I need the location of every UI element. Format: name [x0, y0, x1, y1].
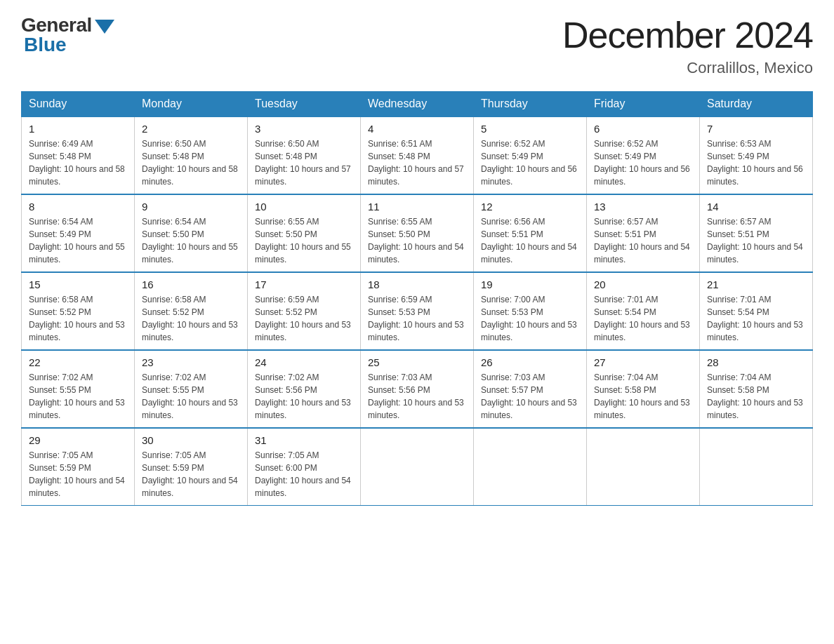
calendar-cell: 23 Sunrise: 7:02 AMSunset: 5:55 PMDaylig…	[135, 350, 248, 428]
calendar-cell: 15 Sunrise: 6:58 AMSunset: 5:52 PMDaylig…	[22, 272, 135, 350]
weekday-header-monday: Monday	[135, 92, 248, 117]
day-number: 3	[255, 123, 353, 135]
day-info: Sunrise: 6:54 AMSunset: 5:49 PMDaylight:…	[29, 215, 127, 266]
weekday-header-friday: Friday	[587, 92, 700, 117]
calendar-cell: 24 Sunrise: 7:02 AMSunset: 5:56 PMDaylig…	[248, 350, 361, 428]
day-number: 12	[481, 201, 579, 213]
calendar-cell: 29 Sunrise: 7:05 AMSunset: 5:59 PMDaylig…	[22, 428, 135, 506]
day-number: 6	[594, 123, 692, 135]
logo-arrow-icon	[95, 20, 114, 34]
day-info: Sunrise: 6:58 AMSunset: 5:52 PMDaylight:…	[142, 293, 240, 344]
day-number: 8	[29, 201, 127, 213]
calendar-cell	[361, 428, 474, 506]
title-section: December 2024 Corralillos, Mexico	[562, 14, 813, 77]
calendar-cell: 22 Sunrise: 7:02 AMSunset: 5:55 PMDaylig…	[22, 350, 135, 428]
day-info: Sunrise: 7:05 AMSunset: 5:59 PMDaylight:…	[142, 449, 240, 499]
calendar-table: SundayMondayTuesdayWednesdayThursdayFrid…	[21, 91, 813, 506]
calendar-cell: 25 Sunrise: 7:03 AMSunset: 5:56 PMDaylig…	[361, 350, 474, 428]
calendar-cell: 13 Sunrise: 6:57 AMSunset: 5:51 PMDaylig…	[587, 194, 700, 272]
day-number: 1	[29, 123, 127, 135]
day-info: Sunrise: 7:03 AMSunset: 5:56 PMDaylight:…	[368, 371, 466, 422]
day-info: Sunrise: 7:05 AMSunset: 6:00 PMDaylight:…	[255, 449, 353, 499]
day-number: 11	[368, 201, 466, 213]
day-info: Sunrise: 6:56 AMSunset: 5:51 PMDaylight:…	[481, 215, 579, 266]
day-number: 25	[368, 356, 466, 368]
day-info: Sunrise: 6:49 AMSunset: 5:48 PMDaylight:…	[29, 137, 127, 188]
day-number: 5	[481, 123, 579, 135]
day-info: Sunrise: 7:02 AMSunset: 5:55 PMDaylight:…	[142, 371, 240, 422]
week-row-5: 29 Sunrise: 7:05 AMSunset: 5:59 PMDaylig…	[22, 428, 813, 506]
calendar-cell: 18 Sunrise: 6:59 AMSunset: 5:53 PMDaylig…	[361, 272, 474, 350]
day-info: Sunrise: 6:52 AMSunset: 5:49 PMDaylight:…	[594, 137, 692, 188]
day-info: Sunrise: 6:50 AMSunset: 5:48 PMDaylight:…	[255, 137, 353, 188]
calendar-cell: 7 Sunrise: 6:53 AMSunset: 5:49 PMDayligh…	[700, 116, 813, 194]
calendar-cell: 16 Sunrise: 6:58 AMSunset: 5:52 PMDaylig…	[135, 272, 248, 350]
logo-blue-text: Blue	[24, 34, 114, 56]
calendar-cell: 26 Sunrise: 7:03 AMSunset: 5:57 PMDaylig…	[474, 350, 587, 428]
weekday-header-thursday: Thursday	[474, 92, 587, 117]
day-number: 22	[29, 356, 127, 368]
day-number: 27	[594, 356, 692, 368]
calendar-cell	[700, 428, 813, 506]
day-number: 2	[142, 123, 240, 135]
day-number: 7	[707, 123, 805, 135]
day-info: Sunrise: 7:01 AMSunset: 5:54 PMDaylight:…	[594, 293, 692, 344]
day-number: 29	[29, 434, 127, 446]
calendar-cell: 2 Sunrise: 6:50 AMSunset: 5:48 PMDayligh…	[135, 116, 248, 194]
day-info: Sunrise: 6:59 AMSunset: 5:53 PMDaylight:…	[368, 293, 466, 344]
day-info: Sunrise: 6:50 AMSunset: 5:48 PMDaylight:…	[142, 137, 240, 188]
day-number: 23	[142, 356, 240, 368]
calendar-cell: 5 Sunrise: 6:52 AMSunset: 5:49 PMDayligh…	[474, 116, 587, 194]
weekday-header-tuesday: Tuesday	[248, 92, 361, 117]
month-title: December 2024	[562, 14, 813, 56]
calendar-cell	[587, 428, 700, 506]
day-info: Sunrise: 6:52 AMSunset: 5:49 PMDaylight:…	[481, 137, 579, 188]
day-number: 9	[142, 201, 240, 213]
day-info: Sunrise: 6:57 AMSunset: 5:51 PMDaylight:…	[594, 215, 692, 266]
week-row-1: 1 Sunrise: 6:49 AMSunset: 5:48 PMDayligh…	[22, 116, 813, 194]
day-number: 21	[707, 279, 805, 290]
day-info: Sunrise: 6:55 AMSunset: 5:50 PMDaylight:…	[255, 215, 353, 266]
day-number: 4	[368, 123, 466, 135]
day-number: 15	[29, 279, 127, 290]
weekday-header-wednesday: Wednesday	[361, 92, 474, 117]
day-info: Sunrise: 6:59 AMSunset: 5:52 PMDaylight:…	[255, 293, 353, 344]
day-info: Sunrise: 6:51 AMSunset: 5:48 PMDaylight:…	[368, 137, 466, 188]
day-info: Sunrise: 6:58 AMSunset: 5:52 PMDaylight:…	[29, 293, 127, 344]
logo: General Blue	[21, 14, 114, 56]
day-number: 24	[255, 356, 353, 368]
location: Corralillos, Mexico	[562, 59, 813, 77]
calendar-cell: 21 Sunrise: 7:01 AMSunset: 5:54 PMDaylig…	[700, 272, 813, 350]
day-info: Sunrise: 7:03 AMSunset: 5:57 PMDaylight:…	[481, 371, 579, 422]
calendar-cell: 14 Sunrise: 6:57 AMSunset: 5:51 PMDaylig…	[700, 194, 813, 272]
day-info: Sunrise: 6:55 AMSunset: 5:50 PMDaylight:…	[368, 215, 466, 266]
weekday-header-sunday: Sunday	[22, 92, 135, 117]
day-number: 20	[594, 279, 692, 290]
weekday-header-saturday: Saturday	[700, 92, 813, 117]
day-number: 26	[481, 356, 579, 368]
calendar-cell: 3 Sunrise: 6:50 AMSunset: 5:48 PMDayligh…	[248, 116, 361, 194]
day-info: Sunrise: 7:00 AMSunset: 5:53 PMDaylight:…	[481, 293, 579, 344]
day-info: Sunrise: 7:02 AMSunset: 5:56 PMDaylight:…	[255, 371, 353, 422]
calendar-cell: 17 Sunrise: 6:59 AMSunset: 5:52 PMDaylig…	[248, 272, 361, 350]
weekday-header-row: SundayMondayTuesdayWednesdayThursdayFrid…	[22, 92, 813, 117]
calendar-cell: 30 Sunrise: 7:05 AMSunset: 5:59 PMDaylig…	[135, 428, 248, 506]
calendar-cell: 27 Sunrise: 7:04 AMSunset: 5:58 PMDaylig…	[587, 350, 700, 428]
day-number: 31	[255, 434, 353, 446]
day-info: Sunrise: 7:01 AMSunset: 5:54 PMDaylight:…	[707, 293, 805, 344]
day-info: Sunrise: 7:04 AMSunset: 5:58 PMDaylight:…	[707, 371, 805, 422]
day-info: Sunrise: 6:54 AMSunset: 5:50 PMDaylight:…	[142, 215, 240, 266]
calendar-cell	[474, 428, 587, 506]
day-info: Sunrise: 6:53 AMSunset: 5:49 PMDaylight:…	[707, 137, 805, 188]
day-info: Sunrise: 7:04 AMSunset: 5:58 PMDaylight:…	[594, 371, 692, 422]
day-number: 14	[707, 201, 805, 213]
calendar-cell: 9 Sunrise: 6:54 AMSunset: 5:50 PMDayligh…	[135, 194, 248, 272]
day-number: 18	[368, 279, 466, 290]
day-info: Sunrise: 7:02 AMSunset: 5:55 PMDaylight:…	[29, 371, 127, 422]
day-info: Sunrise: 6:57 AMSunset: 5:51 PMDaylight:…	[707, 215, 805, 266]
week-row-3: 15 Sunrise: 6:58 AMSunset: 5:52 PMDaylig…	[22, 272, 813, 350]
calendar-cell: 31 Sunrise: 7:05 AMSunset: 6:00 PMDaylig…	[248, 428, 361, 506]
day-info: Sunrise: 7:05 AMSunset: 5:59 PMDaylight:…	[29, 449, 127, 499]
week-row-2: 8 Sunrise: 6:54 AMSunset: 5:49 PMDayligh…	[22, 194, 813, 272]
calendar-cell: 20 Sunrise: 7:01 AMSunset: 5:54 PMDaylig…	[587, 272, 700, 350]
